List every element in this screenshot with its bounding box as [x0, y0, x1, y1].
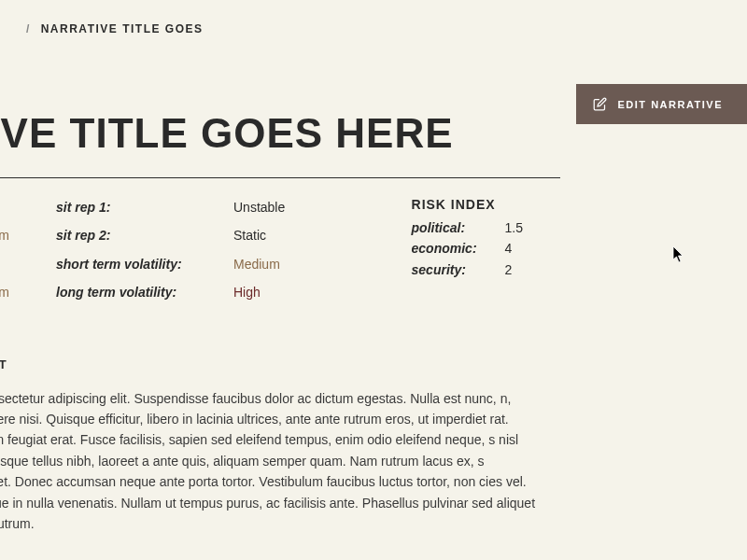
risk-row: political:1.5 [412, 217, 523, 238]
risk-value: 2 [505, 259, 513, 280]
metric-mid-value: High [233, 282, 336, 302]
metric-left-value: Low [0, 197, 56, 217]
metric-mid-value: Unstable [233, 197, 336, 217]
risk-value: 1.5 [505, 217, 523, 238]
metric-mid-value: Medium [233, 254, 336, 274]
risk-label: political: [412, 217, 505, 238]
metric-mid-label: short term volatility: [56, 254, 233, 274]
edit-narrative-button[interactable]: EDIT NARRATIVE [576, 84, 747, 124]
breadcrumb-title: NARRATIVE TITLE GOES [41, 22, 204, 35]
section-heading-present: HE PRESENT [0, 357, 747, 371]
edit-button-label: EDIT NARRATIVE [618, 99, 723, 110]
risk-label: security: [412, 259, 505, 280]
risk-value: 4 [505, 238, 513, 259]
edit-icon [593, 97, 607, 111]
breadcrumb-separator: / [26, 22, 31, 35]
metric-left-value: Medium [0, 225, 56, 245]
risk-index-header: RISK INDEX [412, 197, 523, 212]
metric-mid-label: sit rep 1: [56, 197, 233, 217]
risk-index-block: RISK INDEX political:1.5economic:4securi… [412, 197, 523, 303]
metric-mid-value: Static [233, 225, 336, 245]
metric-left-value: High [0, 254, 56, 274]
body-paragraph: r sit amet, consectetur adipiscing elit.… [0, 388, 747, 535]
title-divider [0, 177, 560, 178]
metric-mid-label: long term volatility: [56, 282, 233, 302]
risk-row: security:2 [412, 259, 523, 280]
metric-left-value: Medium [0, 282, 56, 302]
breadcrumb: / NARRATIVE TITLE GOES [0, 0, 747, 35]
metric-mid-label: sit rep 2: [56, 225, 233, 245]
risk-row: economic:4 [412, 238, 523, 259]
risk-label: economic: [412, 238, 505, 259]
metrics-panel: cy:cy: LowMediumHighMedium sit rep 1:sit… [0, 197, 747, 303]
